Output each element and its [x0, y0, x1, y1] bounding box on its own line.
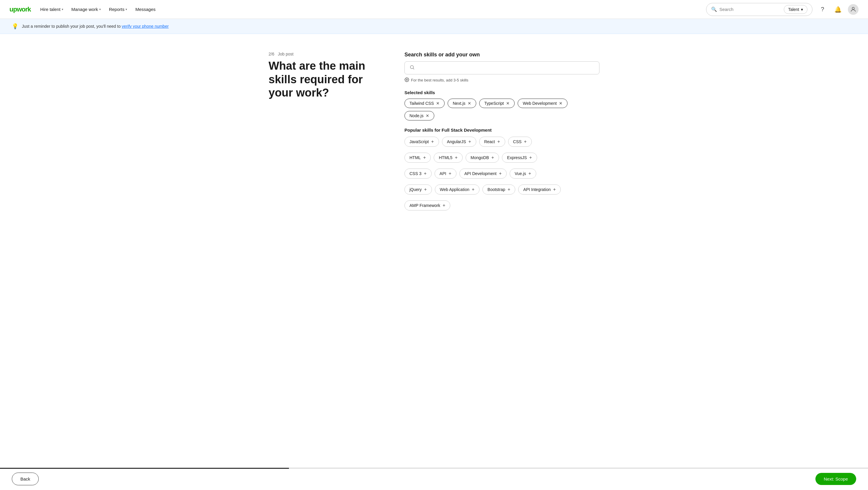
- add-skill-icon[interactable]: +: [468, 139, 471, 144]
- settings-icon: [404, 77, 409, 83]
- nav-hire-talent[interactable]: Hire talent ▾: [40, 7, 63, 12]
- add-skill-icon[interactable]: +: [431, 139, 434, 144]
- add-skill-icon[interactable]: +: [507, 187, 510, 192]
- help-button[interactable]: ?: [817, 4, 828, 15]
- main-content: 2/6 Job post What are the main skills re…: [257, 34, 611, 235]
- popular-skills-label: Popular skills for Full Stack Developmen…: [404, 128, 599, 133]
- step-indicator: 2/6 Job post: [269, 52, 381, 56]
- selected-skill-tag[interactable]: Next.js✕: [447, 99, 476, 108]
- add-skill-icon[interactable]: +: [524, 139, 526, 144]
- add-skill-icon[interactable]: +: [455, 155, 457, 160]
- search-dropdown[interactable]: Talent ▾: [784, 5, 807, 14]
- selected-skill-tag[interactable]: TypeScript✕: [479, 99, 515, 108]
- add-skill-icon[interactable]: +: [491, 155, 494, 160]
- popular-skill-tag[interactable]: AngularJS+: [442, 137, 476, 147]
- add-skill-icon[interactable]: +: [553, 187, 556, 192]
- remove-skill-icon[interactable]: ✕: [426, 113, 429, 118]
- add-skill-icon[interactable]: +: [424, 171, 426, 176]
- svg-point-3: [406, 79, 407, 80]
- footer-buttons: Back Next: Scope: [0, 467, 868, 490]
- popular-skill-tag[interactable]: API Integration+: [518, 185, 561, 195]
- add-skill-icon[interactable]: +: [448, 171, 451, 176]
- verify-phone-link[interactable]: verify your phone number: [122, 24, 169, 29]
- avatar[interactable]: [848, 4, 859, 15]
- search-icon: [409, 65, 415, 71]
- popular-skills-row: JavaScript+AngularJS+React+CSS+HTML+HTML…: [404, 137, 599, 214]
- popular-skill-tag[interactable]: API+: [435, 168, 457, 178]
- page-title: What are the main skills required for yo…: [269, 59, 381, 100]
- upwork-logo[interactable]: upwork: [9, 6, 31, 13]
- navbar-right: 🔍 Talent ▾ ? 🔔: [706, 3, 859, 16]
- selected-skill-tag[interactable]: Web Development✕: [518, 99, 567, 108]
- svg-point-1: [410, 66, 414, 69]
- svg-point-0: [852, 7, 854, 9]
- popular-skill-tag[interactable]: jQuery+: [404, 185, 432, 195]
- right-panel: Search skills or add your own For the be…: [404, 52, 599, 217]
- popular-skill-tag[interactable]: React+: [479, 137, 505, 147]
- add-skill-icon[interactable]: +: [497, 139, 500, 144]
- add-skill-icon[interactable]: +: [472, 187, 474, 192]
- search-skills-label: Search skills or add your own: [404, 52, 599, 58]
- nav-links: Hire talent ▾ Manage work ▾ Reports ▾ Me…: [40, 7, 155, 12]
- navbar: upwork Hire talent ▾ Manage work ▾ Repor…: [0, 0, 868, 19]
- popular-skill-tag[interactable]: MongoDB+: [466, 153, 499, 163]
- navbar-left: upwork Hire talent ▾ Manage work ▾ Repor…: [9, 6, 156, 13]
- popular-skill-tag[interactable]: API Development+: [459, 168, 507, 178]
- selected-skill-tag[interactable]: Tailwind CSS✕: [404, 99, 445, 108]
- add-skill-icon[interactable]: +: [442, 203, 445, 208]
- skills-search-input[interactable]: [418, 65, 594, 70]
- back-button[interactable]: Back: [12, 472, 39, 485]
- popular-skill-tag[interactable]: Vue.js+: [509, 168, 536, 178]
- nav-messages[interactable]: Messages: [135, 7, 155, 12]
- lightbulb-icon: 💡: [12, 23, 18, 30]
- selected-skill-tag[interactable]: Node.js✕: [404, 111, 434, 121]
- selected-skills-row: Tailwind CSS✕Next.js✕TypeScript✕Web Deve…: [404, 99, 599, 121]
- search-icon: 🔍: [711, 6, 717, 12]
- left-panel: 2/6 Job post What are the main skills re…: [269, 52, 381, 217]
- popular-skill-tag[interactable]: AMP Framework+: [404, 200, 450, 210]
- search-bar[interactable]: 🔍 Talent ▾: [706, 3, 812, 16]
- reminder-banner: 💡 Just a reminder to publish your job po…: [0, 19, 868, 34]
- popular-skill-tag[interactable]: Bootstrap+: [483, 185, 515, 195]
- next-button[interactable]: Next: Scope: [815, 473, 856, 485]
- skills-search-box[interactable]: [404, 61, 599, 74]
- add-skill-icon[interactable]: +: [529, 155, 532, 160]
- add-skill-icon[interactable]: +: [423, 155, 426, 160]
- remove-skill-icon[interactable]: ✕: [506, 101, 509, 106]
- selected-skills-label: Selected skills: [404, 90, 599, 95]
- chevron-down-icon: ▾: [801, 7, 803, 12]
- add-skill-icon[interactable]: +: [499, 171, 502, 176]
- remove-skill-icon[interactable]: ✕: [559, 101, 562, 106]
- chevron-down-icon: ▾: [126, 8, 127, 11]
- popular-skill-tag[interactable]: ExpressJS+: [502, 153, 537, 163]
- search-input[interactable]: [719, 7, 781, 12]
- remove-skill-icon[interactable]: ✕: [436, 101, 440, 106]
- nav-manage-work[interactable]: Manage work ▾: [71, 7, 101, 12]
- notifications-button[interactable]: 🔔: [833, 4, 843, 15]
- popular-skill-tag[interactable]: JavaScript+: [404, 137, 439, 147]
- progress-bar: [0, 468, 868, 469]
- add-skill-icon[interactable]: +: [528, 171, 531, 176]
- nav-reports[interactable]: Reports ▾: [109, 7, 127, 12]
- popular-skill-tag[interactable]: CSS 3+: [404, 168, 432, 178]
- popular-skill-tag[interactable]: Web Application+: [435, 185, 479, 195]
- remove-skill-icon[interactable]: ✕: [468, 101, 471, 106]
- popular-skill-tag[interactable]: HTML+: [404, 153, 431, 163]
- progress-bar-fill: [0, 468, 289, 469]
- banner-text: Just a reminder to publish your job post…: [22, 24, 169, 29]
- popular-skill-tag[interactable]: HTML5+: [434, 153, 462, 163]
- chevron-down-icon: ▾: [99, 8, 101, 11]
- svg-line-2: [413, 68, 414, 69]
- popular-skill-tag[interactable]: CSS+: [508, 137, 532, 147]
- chevron-down-icon: ▾: [62, 8, 63, 11]
- add-skill-icon[interactable]: +: [424, 187, 427, 192]
- best-results-tip: For the best results, add 3-5 skills: [404, 77, 599, 83]
